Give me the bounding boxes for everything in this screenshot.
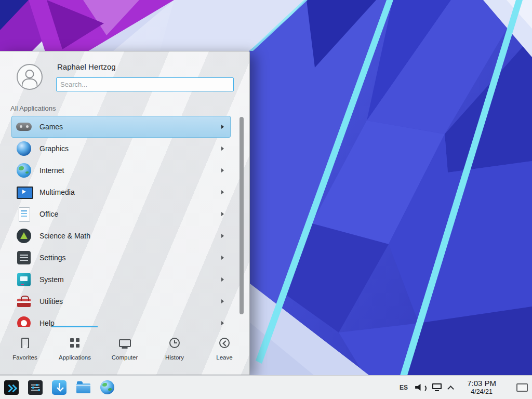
tab-label: Favorites bbox=[12, 354, 37, 361]
category-icon bbox=[16, 118, 32, 135]
taskbar-icon-globe[interactable] bbox=[99, 380, 115, 395]
category-system[interactable]: System bbox=[11, 269, 231, 290]
category-label: Science & Math bbox=[39, 232, 90, 240]
submenu-arrow-icon bbox=[221, 147, 224, 151]
category-label: Games bbox=[39, 123, 63, 131]
system-tray: ES 7:03 PM 4/24/21 bbox=[400, 379, 532, 396]
category-list: Games Graphics Internet Multimedia bbox=[0, 116, 249, 327]
category-games[interactable]: Games bbox=[11, 116, 231, 138]
category-help[interactable]: Help bbox=[11, 312, 231, 327]
submenu-arrow-icon bbox=[221, 190, 224, 194]
clock-time: 7:03 PM bbox=[467, 379, 496, 388]
app-icon bbox=[100, 380, 114, 394]
tab-icon bbox=[219, 338, 230, 348]
category-icon bbox=[16, 271, 32, 288]
tab-icon-wrap bbox=[169, 336, 180, 350]
category-icon bbox=[16, 315, 32, 327]
tab-icon-wrap bbox=[219, 336, 230, 350]
clock-date: 4/24/21 bbox=[471, 388, 493, 396]
tab-label: History bbox=[165, 354, 184, 361]
taskbar-app-icons bbox=[0, 380, 115, 395]
tab-icon bbox=[119, 339, 131, 347]
launcher-tab-history[interactable]: History bbox=[150, 326, 200, 375]
category-label: Utilities bbox=[39, 297, 63, 305]
launcher-tab-leave[interactable]: Leave bbox=[200, 326, 249, 375]
app-icon bbox=[76, 383, 90, 393]
category-label: Graphics bbox=[39, 144, 69, 153]
launcher-tab-computer[interactable]: Computer bbox=[100, 326, 150, 375]
category-label: Internet bbox=[39, 166, 64, 175]
category-icon bbox=[16, 140, 32, 157]
digital-clock[interactable]: 7:03 PM 4/24/21 bbox=[467, 379, 496, 396]
volume-icon[interactable] bbox=[415, 383, 425, 392]
taskbar-icon-folder[interactable] bbox=[75, 380, 91, 395]
category-icon bbox=[16, 249, 32, 266]
taskbar-icon-kickoff[interactable] bbox=[4, 380, 19, 395]
category-label: Office bbox=[39, 210, 58, 218]
category-icon bbox=[16, 293, 32, 310]
section-label: All Applications bbox=[10, 104, 56, 112]
submenu-arrow-icon bbox=[221, 277, 224, 282]
launcher-tab-favorites[interactable]: Favorites bbox=[0, 326, 50, 375]
category-internet[interactable]: Internet bbox=[11, 159, 231, 181]
category-graphics[interactable]: Graphics bbox=[11, 138, 231, 159]
category-icon bbox=[16, 184, 32, 201]
category-label: Multimedia bbox=[39, 188, 75, 196]
user-avatar[interactable] bbox=[17, 64, 43, 90]
tab-label: Computer bbox=[112, 354, 138, 361]
keyboard-layout-indicator[interactable]: ES bbox=[400, 384, 408, 391]
tab-icon-wrap bbox=[70, 336, 79, 350]
taskbar-icon-terminal[interactable] bbox=[28, 380, 43, 395]
tab-label: Applications bbox=[59, 354, 91, 361]
tab-icon-wrap bbox=[21, 336, 29, 350]
submenu-arrow-icon bbox=[221, 299, 224, 303]
category-settings[interactable]: Settings bbox=[11, 247, 231, 269]
submenu-arrow-icon bbox=[221, 212, 224, 216]
user-name: Raphael Hertzog bbox=[57, 62, 116, 71]
app-icon bbox=[4, 380, 19, 395]
submenu-arrow-icon bbox=[221, 321, 224, 325]
category-multimedia[interactable]: Multimedia bbox=[11, 181, 231, 203]
scrollbar[interactable] bbox=[240, 117, 244, 314]
tab-icon bbox=[169, 338, 180, 348]
application-launcher-menu: Raphael Hertzog All Applications Games G… bbox=[0, 51, 250, 375]
category-icon bbox=[16, 228, 32, 244]
show-desktop-button[interactable] bbox=[516, 383, 528, 392]
tab-label: Leave bbox=[216, 354, 232, 361]
tab-icon bbox=[21, 338, 29, 348]
network-icon[interactable] bbox=[432, 383, 442, 391]
tab-icon-wrap bbox=[119, 336, 131, 350]
launcher-tab-bar: Favorites Applications Computer bbox=[0, 326, 249, 375]
launcher-tab-applications[interactable]: Applications bbox=[50, 326, 100, 375]
category-icon bbox=[16, 162, 32, 179]
submenu-arrow-icon bbox=[221, 168, 224, 172]
taskbar-icon-discover[interactable] bbox=[51, 380, 67, 395]
taskbar: ES 7:03 PM 4/24/21 bbox=[0, 375, 532, 399]
app-icon bbox=[28, 380, 43, 395]
category-science[interactable]: Science & Math bbox=[11, 225, 231, 247]
category-icon bbox=[16, 206, 32, 222]
category-utilities[interactable]: Utilities bbox=[11, 290, 231, 312]
submenu-arrow-icon bbox=[221, 234, 224, 238]
category-office[interactable]: Office bbox=[11, 203, 231, 225]
search-input[interactable] bbox=[56, 77, 234, 91]
category-label: System bbox=[39, 275, 64, 284]
tab-icon bbox=[70, 338, 79, 348]
submenu-arrow-icon bbox=[221, 256, 224, 260]
tray-expander-icon[interactable] bbox=[447, 385, 454, 392]
category-label: Settings bbox=[39, 254, 66, 262]
app-icon bbox=[52, 380, 66, 395]
submenu-arrow-icon bbox=[221, 125, 224, 129]
